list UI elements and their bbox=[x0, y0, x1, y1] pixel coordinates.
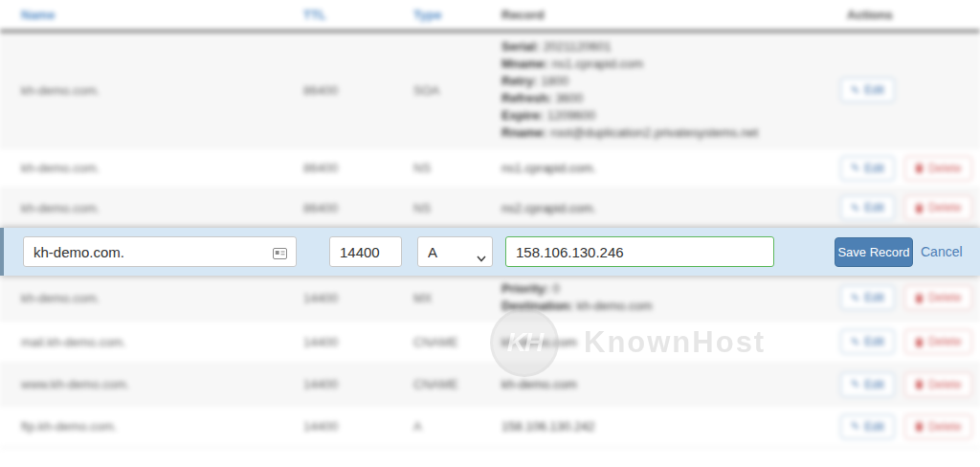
name-input[interactable] bbox=[23, 236, 297, 267]
edit-button[interactable]: ✎Edit bbox=[840, 156, 895, 181]
cancel-link[interactable]: Cancel bbox=[921, 244, 963, 259]
record-type: CNAME bbox=[413, 335, 501, 349]
table-row-ns1: kh-demo.com. 86400 NS ns1.cprapid.com. ✎… bbox=[0, 148, 980, 189]
delete-button[interactable]: Delete bbox=[904, 195, 972, 220]
record-value: ns2.cprapid.com. bbox=[501, 201, 833, 215]
pencil-icon: ✎ bbox=[851, 292, 859, 304]
trash-icon bbox=[915, 379, 924, 389]
edit-button[interactable]: ✎Edit bbox=[840, 195, 895, 220]
record-type: SOA bbox=[413, 83, 501, 98]
record-ttl: 14400 bbox=[303, 335, 413, 349]
record-ttl: 14400 bbox=[303, 377, 413, 391]
record-value-input[interactable] bbox=[505, 236, 774, 267]
delete-button[interactable]: Delete bbox=[904, 285, 972, 310]
address-card-icon bbox=[273, 246, 287, 263]
record-name: kh-demo.com. bbox=[0, 201, 303, 215]
column-header-name[interactable]: Name bbox=[0, 8, 303, 22]
edit-button[interactable]: ✎Edit bbox=[840, 285, 895, 310]
table-row-mail: mail.kh-demo.com. 14400 CNAME kh-demo.co… bbox=[0, 321, 980, 364]
delete-button[interactable]: Delete bbox=[904, 414, 972, 439]
record-edit-row: A Save Record Cancel bbox=[0, 228, 980, 276]
table-header-row: Name TTL Type Record Actions bbox=[0, 0, 980, 33]
edit-button[interactable]: ✎Edit bbox=[840, 78, 895, 102]
pencil-icon: ✎ bbox=[851, 420, 859, 433]
trash-icon bbox=[915, 203, 924, 213]
record-name: ftp.kh-demo.com. bbox=[0, 419, 303, 434]
record-ttl: 86400 bbox=[303, 161, 413, 175]
table-row-ns2: kh-demo.com. 86400 NS ns2.cprapid.com. ✎… bbox=[0, 189, 980, 228]
record-name: kh-demo.com. bbox=[0, 83, 303, 98]
record-type: A bbox=[413, 419, 501, 434]
record-value: ns1.cprapid.com. bbox=[501, 161, 833, 175]
edit-button[interactable]: ✎Edit bbox=[840, 414, 895, 439]
table-row-ftp: ftp.kh-demo.com. 14400 A 158.106.130.242… bbox=[0, 406, 980, 448]
column-header-ttl[interactable]: TTL bbox=[303, 8, 413, 22]
record-ttl: 14400 bbox=[303, 291, 413, 305]
record-value: kh-demo.com bbox=[501, 335, 833, 349]
record-ttl: 86400 bbox=[303, 83, 413, 98]
delete-button[interactable]: Delete bbox=[904, 329, 972, 354]
table-row-mx: kh-demo.com. 14400 MX Priority: 0 Destin… bbox=[0, 276, 980, 321]
delete-button[interactable]: Delete bbox=[904, 156, 972, 181]
record-name: kh-demo.com. bbox=[0, 161, 303, 175]
trash-icon bbox=[915, 293, 924, 303]
column-header-type[interactable]: Type bbox=[413, 8, 501, 22]
pencil-icon: ✎ bbox=[851, 336, 859, 348]
column-header-actions: Actions bbox=[833, 8, 980, 22]
record-type: CNAME bbox=[413, 377, 501, 391]
pencil-icon: ✎ bbox=[851, 378, 859, 390]
record-value: kh-demo.com bbox=[501, 377, 833, 391]
pencil-icon: ✎ bbox=[851, 202, 859, 214]
ttl-input[interactable] bbox=[329, 236, 402, 267]
edit-button[interactable]: ✎Edit bbox=[840, 372, 895, 397]
trash-icon bbox=[915, 163, 924, 173]
edit-button[interactable]: ✎Edit bbox=[840, 329, 895, 354]
pencil-icon: ✎ bbox=[851, 84, 859, 97]
record-type: NS bbox=[413, 161, 501, 175]
record-type: MX bbox=[413, 291, 501, 305]
record-ttl: 14400 bbox=[303, 419, 413, 434]
record-name: mail.kh-demo.com. bbox=[0, 335, 303, 349]
record-name: kh-demo.com. bbox=[0, 291, 303, 305]
zone-editor-screen: Name TTL Type Record Actions kh-demo.com… bbox=[0, 0, 980, 467]
record-value: 158.106.130.242 bbox=[501, 419, 833, 434]
column-header-record: Record bbox=[501, 8, 833, 22]
table-row-soa: kh-demo.com. 86400 SOA Serial: 202112060… bbox=[0, 33, 980, 148]
trash-icon bbox=[915, 421, 924, 432]
record-value: Priority: 0 Destination: kh-demo.com bbox=[501, 280, 833, 315]
table-row-www: www.kh-demo.com. 14400 CNAME kh-demo.com… bbox=[0, 364, 980, 406]
trash-icon bbox=[915, 337, 924, 347]
delete-button[interactable]: Delete bbox=[904, 372, 972, 397]
record-type: NS bbox=[413, 201, 501, 215]
record-name: www.kh-demo.com. bbox=[0, 377, 303, 391]
type-select[interactable]: A bbox=[417, 236, 493, 267]
record-ttl: 86400 bbox=[303, 201, 413, 215]
pencil-icon: ✎ bbox=[851, 162, 859, 174]
record-value: Serial: 2021120601 Mname: ns1.cprapid.co… bbox=[501, 38, 833, 142]
save-record-button[interactable]: Save Record bbox=[835, 237, 913, 267]
